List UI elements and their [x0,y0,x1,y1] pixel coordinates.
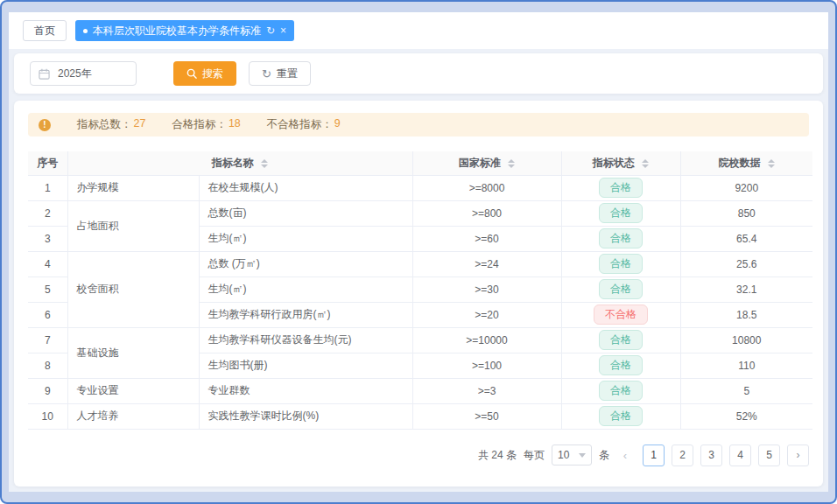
status-cell: 合格 [561,378,680,403]
header-indicator-name[interactable]: 指标名称 [67,151,412,175]
year-input[interactable] [56,66,126,80]
row-index-cell: 8 [28,353,67,378]
calendar-icon [39,68,50,80]
row-index-cell: 4 [28,251,67,276]
indicator-name-cell: 生均教学科研仪器设备生均(元) [199,327,412,353]
indicator-name-cell: 总数 (万㎡) [199,251,412,276]
category-cell: 办学规模 [67,175,199,200]
header-national-standard[interactable]: 国家标准 [412,151,561,175]
category-cell: 占地面积 [67,200,199,251]
row-index-cell: 9 [28,378,67,403]
status-cell: 合格 [561,175,680,200]
college-data-cell: 850 [680,200,812,226]
status-badge: 合格 [599,355,643,374]
row-index-cell: 3 [28,226,67,251]
tab-active-label: 本科层次职业院校基本办学条件标准 [93,24,261,38]
status-cell: 合格 [561,251,680,276]
category-cell: 专业设置 [67,378,199,403]
status-cell: 合格 [561,327,680,353]
status-badge: 合格 [599,330,643,349]
indicator-name-cell: 总数(亩) [199,200,412,226]
status-badge: 合格 [599,178,643,197]
total-value: 27 [134,117,146,132]
header-national-standard-label: 国家标准 [459,157,501,169]
content-area: 首页 本科层次职业院校基本办学条件标准 ↻ × [9,12,828,492]
status-badge: 合格 [599,254,643,273]
status-cell: 合格 [561,276,680,302]
sort-carets-icon [508,159,515,168]
status-badge: 合格 [599,279,643,298]
college-data-cell: 52% [680,403,812,429]
header-indicator-status-label: 指标状态 [593,157,635,169]
table-header-row: 序号 指标名称 国家标准 指标状态 [28,151,812,175]
table-row: 4校舍面积总数 (万㎡)>=24合格25.6 [28,251,812,276]
app-window: 首页 本科层次职业院校基本办学条件标准 ↻ × [0,0,837,504]
national-standard-cell: >=3 [412,378,561,403]
page-button-3[interactable]: 3 [700,444,722,466]
category-cell: 人才培养 [67,403,199,429]
search-panel: 搜索 ↻ 重置 [14,53,823,94]
national-standard-cell: >=20 [412,302,561,327]
college-data-cell: 18.5 [680,302,812,327]
per-page-prefix: 每页 [524,448,545,463]
next-page-button[interactable]: › [787,444,809,466]
table-row: 2占地面积总数(亩)>=800合格850 [28,200,812,226]
active-dot-icon [83,29,88,33]
tab-refresh-icon[interactable]: ↻ [266,25,275,36]
national-standard-cell: >=100 [412,353,561,378]
status-badge: 不合格 [594,304,648,324]
indicator-name-cell: 生均(㎡) [199,226,412,251]
search-button[interactable]: 搜索 [173,61,236,86]
status-cell: 合格 [561,403,680,429]
reset-refresh-icon: ↻ [262,68,271,80]
search-icon [186,68,197,79]
fail-label: 不合格指标： [267,117,333,132]
college-data-cell: 25.6 [680,251,812,276]
national-standard-cell: >=8000 [412,175,561,200]
status-badge: 合格 [599,381,643,400]
prev-page-button[interactable]: ‹ [616,448,634,463]
page-size-select[interactable]: 10 [552,444,592,466]
reset-button[interactable]: ↻ 重置 [249,61,311,86]
page-button-2[interactable]: 2 [672,444,693,466]
indicator-name-cell: 生均(㎡) [199,276,412,302]
fail-value: 9 [334,117,341,132]
reset-button-label: 重置 [277,66,298,81]
sort-carets-icon [642,159,649,168]
row-index-cell: 7 [28,327,67,353]
indicator-name-cell: 实践性教学课时比例(%) [199,403,412,429]
page-button-4[interactable]: 4 [729,444,751,466]
sort-carets-icon [261,159,268,168]
national-standard-cell: >=50 [412,403,561,429]
total-indicators: 指标总数： 27 [77,117,145,132]
header-index: 序号 [28,151,67,175]
total-label: 指标总数： [77,117,132,132]
header-indicator-status[interactable]: 指标状态 [561,151,680,175]
national-standard-cell: >=60 [412,226,561,251]
page-button-5[interactable]: 5 [758,444,780,466]
indicator-name-cell: 专业群数 [199,378,412,403]
status-badge: 合格 [599,406,643,425]
indicators-table: 序号 指标名称 国家标准 指标状态 [28,151,812,430]
header-college-data[interactable]: 院校数据 [680,151,812,175]
tab-close-icon[interactable]: × [280,25,286,36]
tab-home[interactable]: 首页 [23,20,67,41]
college-data-cell: 65.4 [680,226,812,251]
year-picker[interactable] [30,61,137,86]
pagination: 共 24 条 每页 10 条 ‹ 12345 › [28,444,809,466]
fail-indicators: 不合格指标： 9 [267,117,341,132]
category-cell: 校舍面积 [67,251,199,327]
row-index-cell: 6 [28,302,67,327]
pass-indicators: 合格指标： 18 [172,117,240,132]
national-standard-cell: >=24 [412,251,561,276]
total-count-text: 共 24 条 [478,448,517,463]
row-index-cell: 10 [28,403,67,429]
table-body: 1办学规模在校生规模(人)>=8000合格92002占地面积总数(亩)>=800… [28,175,812,429]
table-row: 1办学规模在校生规模(人)>=8000合格9200 [28,175,812,200]
status-badge: 合格 [599,203,643,222]
status-cell: 合格 [561,200,680,226]
page-button-1[interactable]: 1 [643,444,665,466]
tab-active[interactable]: 本科层次职业院校基本办学条件标准 ↻ × [75,20,294,41]
main-panel: ! 指标总数： 27 合格指标： 18 不合格指标： 9 [14,101,823,486]
pass-label: 合格指标： [172,117,227,132]
